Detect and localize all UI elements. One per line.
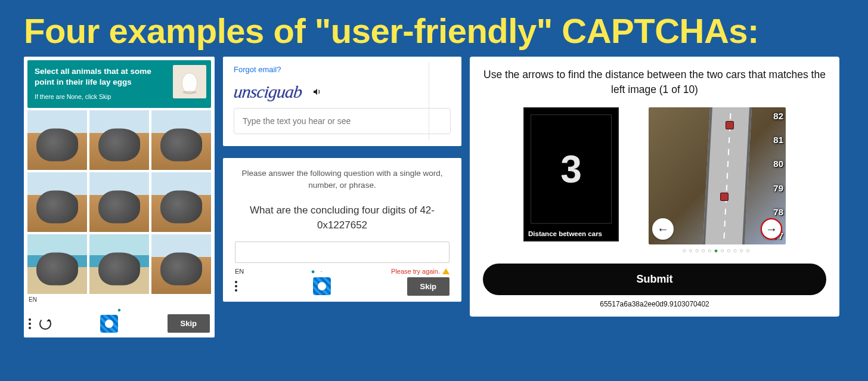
scale-tick: 82 (758, 111, 783, 121)
captcha1-tile-6[interactable] (27, 234, 87, 294)
captcha1-lang: EN (27, 294, 211, 303)
hcaptcha-badge-icon[interactable] (313, 277, 331, 295)
distorted-text: unsciguab (232, 82, 303, 102)
warning-icon (442, 268, 450, 274)
captcha4-reference-image: 3 Distance between cars (523, 107, 619, 241)
scale-tick: 79 (758, 183, 783, 193)
arrow-right-button[interactable]: → (761, 218, 782, 240)
captcha3-page-dots: ● · (311, 268, 324, 275)
captcha-distance-arrows: Use the arrows to find the distance betw… (470, 57, 839, 317)
captcha4-hash: 65517a6a38a2ee0d9.9103070402 (483, 300, 826, 308)
captcha1-tile-1[interactable] (89, 110, 149, 170)
captcha4-target-number: 3 (560, 147, 582, 191)
kebab-menu-icon[interactable] (29, 318, 31, 329)
divider (429, 63, 429, 140)
captcha1-tile-3[interactable] (27, 172, 87, 232)
skip-button[interactable]: Skip (407, 277, 450, 296)
error-text: Please try again. (391, 268, 440, 275)
captcha1-tile-2[interactable] (151, 110, 211, 170)
page-title: Four examples of "user-friendly" CAPTCHA… (0, 0, 868, 57)
captcha3-prompt: Please answer the following question wit… (235, 168, 450, 192)
captcha1-tile-5[interactable] (151, 172, 211, 232)
captcha3-lang: EN (235, 268, 244, 275)
captcha1-tile-7[interactable] (89, 234, 149, 294)
scale-tick: 78 (758, 207, 783, 217)
submit-button[interactable]: Submit (483, 264, 826, 295)
kebab-menu-icon[interactable] (235, 281, 237, 292)
captcha1-header: Select all animals that at some point in… (27, 60, 211, 108)
captcha1-instruction: Select all animals that at some point in… (35, 66, 154, 87)
skip-button[interactable]: Skip (168, 314, 210, 333)
captcha1-tile-0[interactable] (27, 110, 87, 170)
captcha1-grid (27, 110, 211, 294)
forgot-email-link[interactable]: Forgot email? (234, 65, 281, 74)
scale-tick: 81 (758, 135, 783, 145)
captcha4-reference-caption: Distance between cars (525, 227, 618, 240)
captcha-question: Please answer the following question wit… (223, 158, 461, 302)
captcha4-instruction: Use the arrows to find the distance betw… (483, 67, 826, 97)
refresh-icon[interactable] (39, 318, 51, 330)
captcha1-tile-4[interactable] (89, 172, 149, 232)
arrow-left-button[interactable]: ← (652, 218, 674, 240)
captcha-text-input[interactable] (234, 108, 451, 134)
scale-tick: 80 (758, 159, 783, 169)
captcha1-tile-8[interactable] (151, 234, 211, 294)
captcha1-page-dots: ● (27, 306, 211, 313)
captcha3-error: Please try again. (391, 268, 450, 275)
captcha4-progress-dots: ○○○○○●○○○○○ (649, 247, 786, 254)
hcaptcha-badge-icon[interactable] (100, 315, 118, 333)
svg-point-2 (182, 91, 197, 94)
captcha3-question: What are the concluding four digits of 4… (235, 203, 450, 233)
audio-icon[interactable] (312, 87, 322, 97)
captcha-text-distorted: Forgot email? unsciguab (223, 57, 461, 146)
captcha3-answer-input[interactable] (235, 241, 450, 263)
captcha-image-grid: Select all animals that at some point in… (24, 57, 215, 337)
car-icon (720, 193, 728, 201)
egg-icon (173, 65, 206, 98)
captcha4-interactive-image: 82 81 80 79 78 77 ← → (649, 107, 786, 244)
car-icon (726, 121, 734, 129)
